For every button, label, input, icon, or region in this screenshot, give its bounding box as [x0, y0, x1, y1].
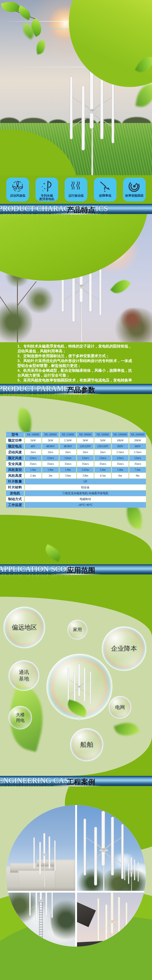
param-label-cell: 叶片数量 — [6, 479, 24, 484]
bubble-label: 企业降本 — [111, 644, 137, 653]
bubble-ships: 船舶 — [70, 728, 103, 761]
banner-title-reflection: APPLICATION SCOPE — [0, 572, 75, 580]
feature-list: 1、专利技术永磁悬浮发电机，特殊的定子设计，发电机的阻转矩低，启动风速低，风能利… — [18, 344, 135, 383]
param-value-cell: 2.5m/s — [112, 449, 128, 455]
sparkle-icon — [74, 889, 78, 893]
param-value-cell: 35m/s — [42, 461, 59, 467]
case-photo-collage — [6, 805, 146, 947]
feature-item: 3、风轮叶片采用优化的气动外形设计和结构设计的专利技术，一体成型铝合金型材喷塑，… — [18, 358, 135, 368]
application-scope-section: 偏远地区 家用 企业降本 通讯基地 电网 大楼用电 船舶 — [0, 574, 152, 776]
case-photo-rooftop — [6, 805, 75, 891]
param-row: 额定功率1kW2kW2.5kW3kW5kW10kW20kW — [6, 438, 146, 443]
svg-text:★: ★ — [42, 186, 43, 188]
bubble-remote-areas: 偏远地区 — [3, 607, 45, 648]
param-value-cell: 12m/s — [112, 455, 128, 461]
patent-magnet-icon: ★ ★ ★ ★ — [40, 179, 53, 194]
bubble-label: 通讯基地 — [18, 669, 30, 682]
efficiency-tracking-icon — [128, 179, 141, 194]
param-value-cell: 120/220V — [77, 444, 94, 449]
param-label-cell: 工作温度 — [6, 502, 24, 508]
svg-text:★: ★ — [44, 187, 46, 190]
param-value-cell: 2.5kW — [59, 438, 76, 443]
banner-title-zh: 产品特点 — [67, 205, 95, 215]
feature-icons-band: 启动风速低 ★ ★ ★ ★ 专利永磁 悬浮发电机 — [0, 175, 152, 204]
wind-turbine-illustration — [120, 851, 143, 891]
param-value-cell: 5kW — [94, 438, 111, 443]
param-label-cell: 启动风速 — [6, 449, 24, 455]
param-label-cell: 叶片材料 — [6, 485, 24, 490]
feature-tile-label: 启动风速低 — [10, 194, 25, 197]
param-value-cell: 3m — [42, 473, 59, 478]
param-value-cell: 48/96V — [59, 444, 76, 449]
feature-tile-label: 故障率低 — [99, 194, 111, 197]
param-value-cell: 2m/s — [42, 449, 59, 455]
feature-tile-smart-tracking: 效率智能跟踪 — [123, 178, 146, 202]
param-value-cell: 12m/s — [25, 455, 42, 461]
param-value-cell: 360V — [129, 444, 146, 449]
param-value-cell: 6m — [112, 473, 128, 478]
param-value-cell: NE-2000H — [42, 432, 59, 437]
param-value-cell: 20kW — [129, 438, 146, 443]
param-value-cell: 4.5m — [94, 473, 111, 478]
param-value-cell: 5片 — [25, 479, 146, 484]
param-header-row: 型号NE-1000HNE-2000HNE-2500HNE-3000HNE-500… — [6, 432, 146, 437]
param-value-cell: 12m/s — [77, 455, 94, 461]
feature-tile-label: 效率智能跟踪 — [125, 194, 144, 197]
bubble-power-grid: 电网 — [109, 696, 131, 719]
param-label-cell: 额定电压 — [6, 444, 24, 449]
param-value-cell: NE-3000H — [77, 432, 94, 437]
feature-tile-label: 专利永磁 悬浮发电机 — [39, 194, 54, 200]
param-value-cell: -40℃~80℃ — [25, 502, 146, 508]
rotor-icon — [11, 179, 24, 194]
banner-engineering-case: ENGINEERING CASE ENGINEERING CASE 工程案例 — [0, 776, 152, 786]
svg-text:★: ★ — [43, 182, 45, 185]
param-label-cell: 安全风速 — [6, 461, 24, 467]
feature-item: 1、专利技术永磁悬浮发电机，特殊的定子设计，发电机的阻转矩低，启动风速低，风能利… — [18, 344, 135, 353]
vibration-waves-icon — [70, 179, 82, 194]
param-row: 额定电压48V48/96V48/96V120/220V120/220V360V3… — [6, 444, 146, 449]
feature-item: 5、采用风能发电效率智能跟踪技术，有效调节电流电压，发电转换率 — [18, 378, 135, 383]
param-value-cell: NE-10000H — [112, 432, 128, 437]
bubble-label: 家用 — [73, 627, 82, 633]
param-value-cell: 电磁制动 — [25, 496, 146, 502]
param-label-cell: 风轮直径 — [6, 467, 24, 473]
param-value-cell: 35m/s — [94, 461, 111, 467]
param-value-cell: 3.6m — [59, 473, 76, 478]
param-value-cell: 2.4m — [25, 473, 42, 478]
param-value-cell: 7.6m — [129, 467, 146, 473]
bubble-label: 偏远地区 — [12, 623, 37, 632]
param-row: 制动方式电磁制动 — [6, 496, 146, 502]
bubble-label: 电网 — [115, 704, 125, 711]
leaf-icon — [1, 0, 21, 14]
param-value-cell: 2m/s — [25, 449, 42, 455]
param-value-cell: 35m/s — [112, 461, 128, 467]
param-value-cell: 2m/s — [77, 449, 94, 455]
param-value-cell: 2.65m — [77, 467, 94, 473]
param-value-cell: 2.5m/s — [129, 449, 146, 455]
feature-tile-low-failure: 故障率低 — [94, 178, 117, 202]
param-row: 额定风速12m/s12m/s12m/s12m/s12m/s12m/s12m/s — [6, 455, 146, 461]
param-label-cell: 发电机 — [6, 490, 24, 496]
param-value-cell: 5.8m — [112, 467, 128, 473]
parameters-table: 型号NE-1000HNE-2000HNE-2500HNE-3000HNE-500… — [6, 432, 146, 508]
param-value-cell: 1.6m — [25, 467, 42, 473]
param-value-cell: 360V — [112, 444, 128, 449]
product-parameters-section: 型号NE-1000HNE-2000HNE-2500HNE-3000HNE-500… — [0, 394, 152, 564]
param-value-cell: 2m/s — [59, 449, 76, 455]
param-row: 风轮直径1.6m1.8m1.8m2.65m3.6m5.8m7.6m — [6, 467, 146, 473]
param-label-cell: 额定风速 — [6, 455, 24, 461]
feature-item: 2、定制连接件使用国标法兰，便于多种安装要求方式； — [18, 353, 135, 358]
banner-title-zh: 产品参数 — [67, 385, 95, 395]
param-value-cell: 3.8m — [77, 473, 94, 478]
param-value-cell: 3kW — [77, 438, 94, 443]
param-value-cell: NE-1000H — [25, 432, 42, 437]
banner-product-parameters: PRODUCT PARAMETERS PRODUCT PARAMETERS 产品… — [0, 384, 152, 394]
bubble-label: 大楼用电 — [15, 712, 25, 723]
leaf-icon — [110, 276, 131, 298]
banner-title-zh: 工程案例 — [67, 777, 95, 787]
bubble-label: 船舶 — [80, 740, 93, 749]
product-detail-page: 启动风速低 ★ ★ ★ ★ 专利永磁 悬浮发电机 — [0, 0, 152, 980]
param-row: 启动风速2m/s2m/s2m/s2m/s2m/s2.5m/s2.5m/s — [6, 449, 146, 455]
param-row: 叶片数量5片 — [6, 479, 146, 484]
param-row: 发电机三相交流永磁发电机/永磁悬浮发电机 — [6, 490, 146, 496]
